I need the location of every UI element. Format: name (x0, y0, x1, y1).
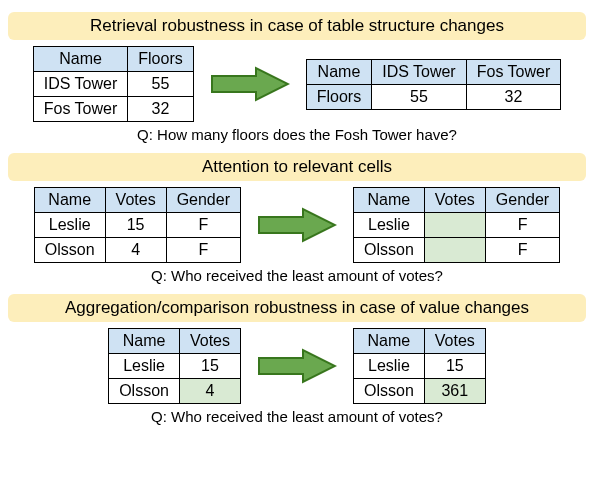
th: Name (109, 329, 180, 354)
td: Olsson (34, 238, 105, 263)
svg-marker-1 (259, 209, 335, 241)
question-1: Q: How many floors does the Fosh Tower h… (8, 126, 586, 143)
question-2: Q: Who received the least amount of vote… (8, 267, 586, 284)
section-title-2: Attention to relevant cells (8, 153, 586, 181)
td: F (166, 238, 240, 263)
right-table-3: Name Votes Leslie 15 Olsson 361 (353, 328, 486, 404)
th: Votes (105, 188, 166, 213)
td: 15 (179, 354, 240, 379)
th: Name (306, 59, 371, 84)
td: 361 (424, 379, 485, 404)
section-title-3: Aggregation/comparison robustness in cas… (8, 294, 586, 322)
right-table-2: Name Votes Gender Leslie F Olsson F (353, 187, 560, 263)
td: 32 (128, 97, 193, 122)
td: Leslie (34, 213, 105, 238)
section-body-2: Name Votes Gender Leslie 15 F Olsson 4 F… (8, 187, 586, 263)
th: Gender (166, 188, 240, 213)
arrow-icon (257, 346, 337, 386)
svg-marker-2 (259, 350, 335, 382)
td: Leslie (109, 354, 180, 379)
td: 4 (105, 238, 166, 263)
th: Votes (179, 329, 240, 354)
arrow-icon (257, 205, 337, 245)
svg-marker-0 (212, 68, 288, 100)
left-table-3: Name Votes Leslie 15 Olsson 4 (108, 328, 241, 404)
th: Votes (424, 329, 485, 354)
td: F (485, 238, 559, 263)
left-table-1: Name Floors IDS Tower 55 Fos Tower 32 (33, 46, 194, 122)
td: Olsson (354, 238, 425, 263)
right-table-1: Name IDS Tower Fos Tower Floors 55 32 (306, 59, 561, 110)
th: Name (354, 329, 425, 354)
question-3: Q: Who received the least amount of vote… (8, 408, 586, 425)
td: Olsson (354, 379, 425, 404)
td: IDS Tower (33, 72, 128, 97)
td: Olsson (109, 379, 180, 404)
left-table-2: Name Votes Gender Leslie 15 F Olsson 4 F (34, 187, 241, 263)
th: IDS Tower (372, 59, 467, 84)
td: F (166, 213, 240, 238)
td: 55 (128, 72, 193, 97)
th: Floors (128, 47, 193, 72)
td: 55 (372, 84, 467, 109)
th-row: Floors (306, 84, 371, 109)
th: Fos Tower (466, 59, 561, 84)
section-body-3: Name Votes Leslie 15 Olsson 4 Name Votes… (8, 328, 586, 404)
th: Name (354, 188, 425, 213)
td: 32 (466, 84, 561, 109)
td (424, 238, 485, 263)
section-body-1: Name Floors IDS Tower 55 Fos Tower 32 Na… (8, 46, 586, 122)
td: F (485, 213, 559, 238)
arrow-icon (210, 64, 290, 104)
td: Fos Tower (33, 97, 128, 122)
td: Leslie (354, 213, 425, 238)
td: 15 (424, 354, 485, 379)
th: Name (34, 188, 105, 213)
td: 15 (105, 213, 166, 238)
th: Name (33, 47, 128, 72)
section-title-1: Retrieval robustness in case of table st… (8, 12, 586, 40)
th: Gender (485, 188, 559, 213)
th: Votes (424, 188, 485, 213)
td: Leslie (354, 354, 425, 379)
td (424, 213, 485, 238)
td: 4 (179, 379, 240, 404)
